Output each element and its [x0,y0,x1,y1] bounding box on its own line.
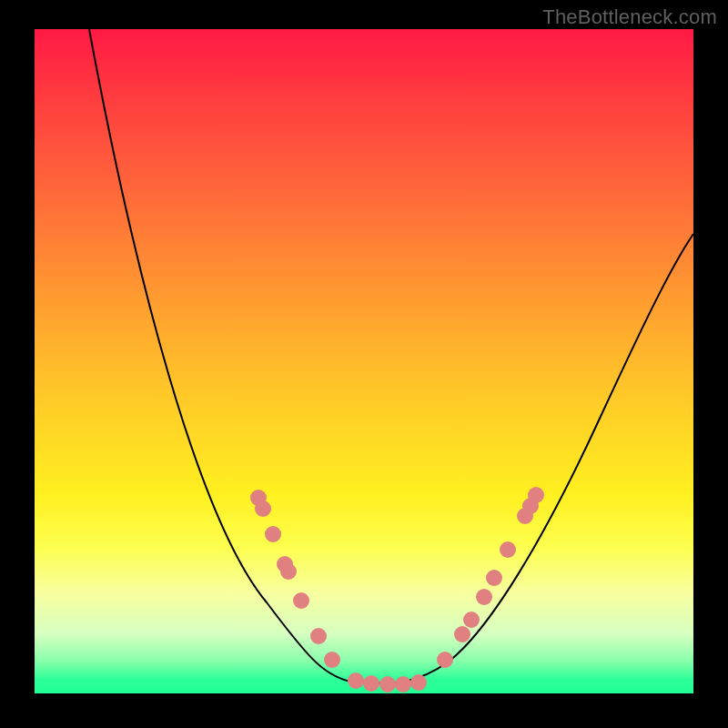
data-dot [463,612,480,628]
data-dot [293,592,309,609]
data-dot [454,626,470,642]
chart-svg [35,29,693,693]
chart-plot-area [35,29,693,693]
watermark-text: TheBottleneck.com [542,5,717,29]
data-dot [363,675,379,692]
data-dot [528,487,544,503]
data-dot [486,570,502,586]
data-dot [476,589,492,605]
data-dot [500,541,516,558]
data-dot [324,652,340,668]
data-dot [255,500,271,517]
data-dot [310,628,327,644]
data-dot [265,526,281,542]
data-dot [395,676,411,693]
data-dot [280,563,297,580]
bottleneck-curve [89,29,693,683]
data-dot [437,652,453,668]
data-dot [379,676,396,693]
data-dot [410,674,427,691]
data-dot [348,672,364,689]
data-dots [250,487,544,693]
